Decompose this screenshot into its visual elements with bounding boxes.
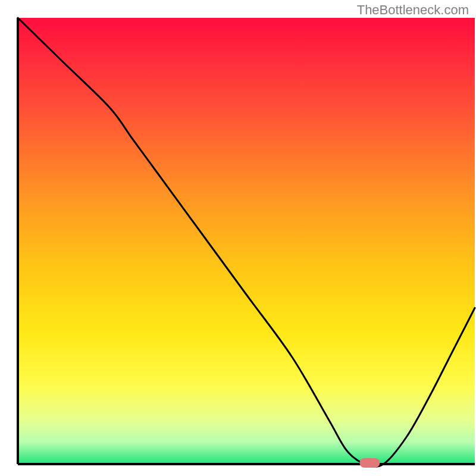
bottleneck-chart [0,0,476,476]
optimal-marker [359,458,380,468]
chart-container: TheBottleneck.com [0,0,476,476]
